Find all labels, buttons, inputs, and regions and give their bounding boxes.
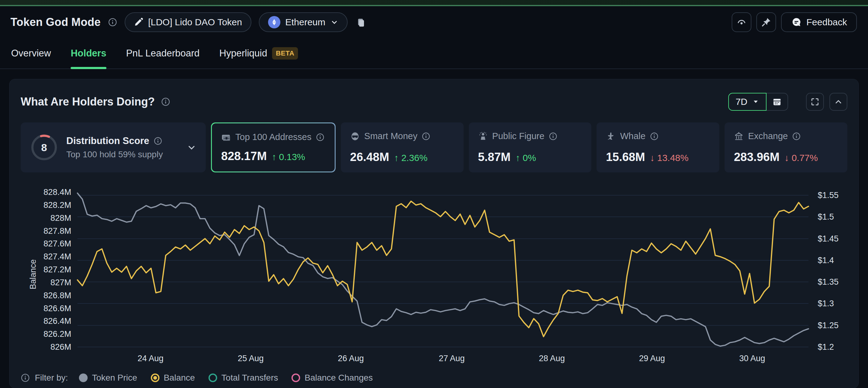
stat-card-inner: Exchange283.96M↓ 0.77% [724, 123, 847, 172]
right-axis-tick: $1.55 [818, 191, 839, 200]
filter-label: Filter by: [35, 373, 68, 383]
collapse-button[interactable] [830, 93, 847, 111]
network-selector-button[interactable]: Ethereum [259, 12, 348, 32]
stat-card-value: 828.17M [221, 150, 267, 163]
smart-money-icon [350, 131, 360, 141]
series-line-balance [78, 201, 808, 336]
radio-dot-icon [151, 374, 159, 382]
tab-label: PnL Leaderboard [126, 48, 199, 59]
x-axis-tick: 29 Aug [639, 354, 665, 363]
stat-card-label: Smart Money [364, 131, 417, 141]
stat-info-icon[interactable] [549, 132, 557, 141]
filter-row: Filter by: Token PriceBalanceTotal Trans… [21, 373, 847, 383]
tab-holders[interactable]: Holders [71, 38, 106, 68]
filter-option-label: Total Transfers [221, 373, 278, 383]
stat-card-value: 15.68M [606, 151, 645, 164]
pin-button[interactable] [756, 12, 776, 32]
filter-option-label: Balance [164, 373, 195, 383]
left-axis-title: Balance [28, 256, 38, 293]
filter-options: Token PriceBalanceTotal TransfersBalance… [79, 373, 373, 383]
tab-label: Overview [11, 48, 51, 59]
stat-card-delta: ↑ 0.13% [272, 152, 305, 162]
right-axis-tick: $1.5 [818, 212, 834, 222]
series-line-token-price [78, 193, 808, 346]
left-axis-tick: 828.2M [19, 200, 71, 210]
x-axis-tick: 26 Aug [338, 354, 364, 363]
whale-icon [606, 131, 616, 141]
stat-info-icon[interactable] [650, 132, 658, 141]
fullscreen-button[interactable] [806, 93, 824, 111]
filter-option-label: Balance Changes [305, 373, 373, 383]
network-selector-label: Ethereum [285, 17, 326, 28]
stat-card-inner: Whale15.68M↓ 13.48% [596, 123, 719, 172]
x-axis-tick: 30 Aug [739, 354, 765, 363]
right-axis-tick: $1.35 [818, 277, 839, 287]
exchange-icon [734, 131, 744, 141]
filter-option-total-transfers[interactable]: Total Transfers [209, 373, 278, 383]
page-title: Token God Mode [10, 16, 100, 29]
stat-card-public-figure[interactable]: Public Figure5.87M↑ 0% [469, 123, 592, 172]
tab-pnl-leaderboard[interactable]: PnL Leaderboard [126, 38, 199, 68]
panel-info-icon[interactable] [161, 97, 170, 106]
header: Token God Mode [LDO] Lido DAO Token Ethe… [0, 6, 868, 38]
watchlist-eye-button[interactable] [732, 12, 751, 32]
left-axis-tick: 826.4M [19, 317, 71, 326]
stat-card-inner: Smart Money26.48M↑ 2.36% [341, 123, 464, 172]
left-axis-tick: 826.2M [19, 329, 71, 339]
distribution-score-label: Distribution Score [66, 135, 149, 147]
left-axis-tick: 828.4M [19, 188, 71, 197]
speech-bubble-icon [791, 17, 802, 28]
radio-dot-icon [209, 374, 217, 382]
distribution-score-card[interactable]: 8 Distribution Score Top 100 hold 59% su… [21, 123, 206, 172]
stat-info-icon[interactable] [792, 132, 801, 141]
chevron-down-icon [330, 18, 338, 26]
stat-card-top-100-addresses[interactable]: Top 100 Addresses828.17M↑ 0.13% [211, 123, 336, 172]
stat-card-label: Top 100 Addresses [235, 132, 312, 142]
tab-hyperliquid[interactable]: HyperliquidBETA [219, 38, 298, 68]
stat-info-icon[interactable] [422, 132, 430, 141]
token-selector-button[interactable]: [LDO] Lido DAO Token [125, 12, 251, 32]
copy-address-icon[interactable] [355, 17, 366, 28]
left-axis-tick: 826.8M [19, 291, 71, 300]
stat-info-icon[interactable] [316, 133, 324, 141]
distribution-score-subtitle: Top 100 hold 59% supply [66, 150, 163, 159]
stat-card-delta: ↓ 13.48% [650, 153, 688, 163]
right-axis-tick: $1.25 [818, 320, 839, 330]
stat-card-value: 283.96M [734, 151, 779, 164]
x-axis-tick: 24 Aug [137, 354, 163, 363]
feedback-button[interactable]: Feedback [781, 12, 857, 32]
chevron-up-icon [834, 97, 843, 106]
stat-card-exchange[interactable]: Exchange283.96M↓ 0.77% [724, 123, 847, 172]
distribution-score-gauge: 8 [30, 133, 58, 162]
distribution-info-icon[interactable] [154, 137, 162, 145]
stat-card-delta: ↑ 2.36% [394, 153, 428, 163]
calendar-button[interactable] [767, 93, 788, 111]
tab-label: Hyperliquid [219, 48, 267, 59]
distribution-chevron-down-icon[interactable] [187, 142, 196, 152]
filter-option-balance-changes[interactable]: Balance Changes [291, 373, 373, 383]
filter-info-icon[interactable] [21, 373, 30, 383]
stat-card-whale[interactable]: Whale15.68M↓ 13.48% [596, 123, 719, 172]
left-axis-tick: 826.6M [19, 303, 71, 313]
public-figure-icon [478, 131, 488, 141]
info-icon[interactable] [108, 18, 117, 27]
x-axis-tick: 28 Aug [539, 354, 565, 363]
token-selector-label: [LDO] Lido DAO Token [148, 17, 242, 28]
filter-option-token-price[interactable]: Token Price [79, 373, 137, 383]
left-axis-tick: 827.8M [19, 226, 71, 236]
tab-label: Holders [71, 48, 106, 59]
tab-overview[interactable]: Overview [11, 38, 51, 68]
left-axis-tick: 828M [19, 213, 71, 223]
filter-option-balance[interactable]: Balance [151, 373, 195, 383]
stat-card-inner: Public Figure5.87M↑ 0% [469, 123, 592, 172]
tabs: OverviewHoldersPnL LeaderboardHyperliqui… [0, 38, 868, 69]
timeframe-dropdown[interactable]: 7D [728, 93, 767, 111]
stat-card-label: Public Figure [492, 131, 545, 141]
stat-card-smart-money[interactable]: Smart Money26.48M↑ 2.36% [341, 123, 464, 172]
radio-dot-icon [79, 374, 88, 382]
feedback-label: Feedback [806, 17, 847, 28]
right-axis-tick: $1.2 [818, 342, 834, 352]
left-axis-tick: 826M [19, 342, 71, 352]
stat-cards: 8 Distribution Score Top 100 hold 59% su… [21, 123, 847, 172]
right-axis-tick: $1.4 [818, 255, 834, 265]
